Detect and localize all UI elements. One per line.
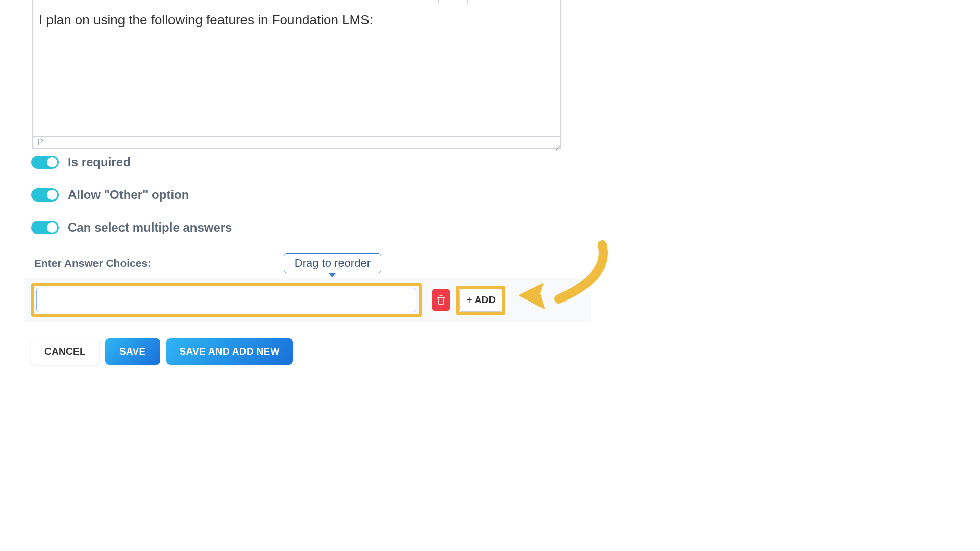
- toggles-section: Is required Allow "Other" option Can sel…: [24, 149, 591, 235]
- add-button-label: ADD: [475, 294, 496, 306]
- answer-choices-header: Enter Answer Choices: Drag to reorder: [24, 253, 391, 278]
- save-and-add-new-button[interactable]: SAVE AND ADD NEW: [166, 338, 293, 365]
- plus-icon: +: [466, 294, 472, 306]
- add-choice-button[interactable]: + ADD: [459, 289, 502, 312]
- toggle-allow-other[interactable]: [31, 188, 59, 202]
- save-button[interactable]: SAVE: [105, 338, 160, 365]
- editor-path-display: P: [38, 138, 43, 146]
- toggle-label-multiple-answers: Can select multiple answers: [68, 220, 232, 235]
- drag-reorder-hint: Drag to reorder: [284, 253, 381, 273]
- toggle-label-is-required: Is required: [68, 155, 131, 169]
- add-button-highlight: + ADD: [456, 286, 505, 315]
- toggle-row-is-required: Is required: [31, 155, 583, 169]
- toggle-row-allow-other: Allow "Other" option: [31, 188, 583, 202]
- form-actions: CANCEL SAVE SAVE AND ADD NEW: [24, 322, 591, 365]
- toggle-row-multiple-answers: Can select multiple answers: [31, 220, 583, 235]
- editor-content-area[interactable]: I plan on using the following features i…: [33, 4, 560, 136]
- answer-choice-row: + ADD: [24, 278, 591, 322]
- editor-status-bar: P: [33, 136, 560, 148]
- delete-choice-button[interactable]: [432, 289, 450, 311]
- rich-text-editor: I plan on using the following features i…: [32, 0, 561, 149]
- answer-choices-label: Enter Answer Choices:: [34, 257, 151, 269]
- trash-icon: [437, 295, 445, 305]
- toggle-multiple-answers[interactable]: [31, 221, 59, 234]
- answer-choice-input[interactable]: [36, 288, 416, 312]
- toggle-is-required[interactable]: [31, 156, 59, 169]
- editor-toolbar: [33, 0, 560, 4]
- answer-choice-input-highlight: [31, 283, 422, 317]
- toggle-label-allow-other: Allow "Other" option: [68, 188, 189, 202]
- cancel-button[interactable]: CANCEL: [31, 338, 99, 365]
